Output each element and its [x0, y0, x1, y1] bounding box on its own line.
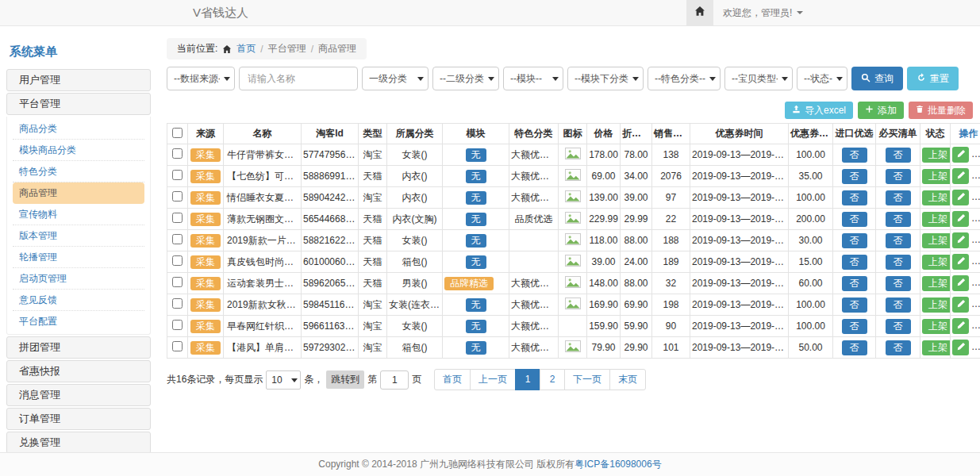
status-toggle[interactable]: 上架 [922, 340, 951, 355]
user-menu[interactable]: 欢迎您，管理员! [713, 0, 813, 25]
edit-button[interactable] [952, 340, 969, 355]
sidebar-item-1-9[interactable]: 平台配置 [13, 311, 144, 332]
edit-button[interactable] [952, 168, 969, 184]
status-toggle[interactable]: 上架 [922, 319, 951, 334]
edit-button[interactable] [952, 318, 969, 334]
row-checkbox[interactable] [172, 170, 183, 180]
status-toggle[interactable]: 上架 [922, 276, 951, 291]
sidebar-item-1-6[interactable]: 轮播管理 [13, 247, 144, 268]
filter-select-module[interactable]: --模块-- [503, 67, 563, 90]
sidebar-item-1-5[interactable]: 版本管理 [13, 225, 144, 247]
page-first[interactable]: 首页 [434, 369, 471, 390]
status-toggle[interactable]: 上架 [922, 212, 951, 227]
status-toggle[interactable]: 上架 [922, 233, 951, 248]
breadcrumb-home-link[interactable]: 首页 [236, 42, 256, 56]
page-number-input[interactable] [380, 370, 409, 390]
jump-to-button[interactable]: 跳转到 [326, 370, 364, 389]
must-buy-toggle[interactable]: 否 [886, 298, 911, 313]
sidebar-group-header-5[interactable]: 订单管理 [6, 408, 151, 430]
status-toggle[interactable]: 上架 [922, 169, 951, 184]
sidebar-item-1-1[interactable]: 模块商品分类 [13, 140, 144, 161]
import-select-toggle[interactable]: 否 [842, 169, 867, 184]
row-checkbox[interactable] [172, 298, 183, 309]
page-last[interactable]: 末页 [609, 369, 646, 390]
import-select-toggle[interactable]: 否 [842, 340, 867, 355]
status-toggle[interactable]: 上架 [922, 190, 951, 205]
must-buy-toggle[interactable]: 否 [886, 233, 911, 248]
import-select-toggle[interactable]: 否 [842, 276, 867, 291]
edit-button[interactable] [952, 190, 969, 205]
sidebar-group-header-2[interactable]: 拼团管理 [6, 336, 151, 359]
sidebar-item-1-3[interactable]: 商品管理 [13, 182, 144, 204]
sidebar-group-header-6[interactable]: 兑换管理 [6, 432, 151, 452]
sidebar-group-header-1[interactable]: 平台管理 [6, 93, 151, 115]
must-buy-toggle[interactable]: 否 [886, 148, 911, 163]
sidebar-item-1-0[interactable]: 商品分类 [13, 118, 144, 140]
row-checkbox[interactable] [172, 148, 183, 159]
edit-icon [956, 149, 966, 161]
page-2[interactable]: 2 [540, 369, 565, 390]
filter-select-module-sub-category[interactable]: --模块下分类-- [567, 67, 644, 90]
icp-link[interactable]: 粤ICP备16098006号 [575, 459, 661, 470]
must-buy-toggle[interactable]: 否 [886, 169, 911, 184]
must-buy-toggle[interactable]: 否 [886, 255, 911, 270]
import-select-toggle[interactable]: 否 [842, 255, 867, 270]
add-button[interactable]: 添加 [858, 102, 904, 119]
row-checkbox[interactable] [172, 255, 183, 266]
filter-select-level1-category[interactable]: 一级分类 [362, 67, 429, 90]
import-select-toggle[interactable]: 否 [842, 298, 867, 313]
filter-select-status[interactable]: --状态-- [797, 67, 847, 90]
row-checkbox[interactable] [172, 191, 183, 202]
page-1[interactable]: 1 [515, 369, 540, 390]
sidebar-item-1-2[interactable]: 特色分类 [13, 161, 144, 182]
must-buy-toggle[interactable]: 否 [886, 212, 911, 227]
sidebar-group-header-4[interactable]: 消息管理 [6, 384, 151, 406]
import-select-toggle[interactable]: 否 [842, 190, 867, 205]
edit-button[interactable] [952, 232, 969, 248]
filter-select-item-type[interactable]: --宝贝类型-- [724, 67, 793, 90]
query-button[interactable]: 查询 [851, 67, 903, 90]
page-prev[interactable]: 上一页 [470, 369, 516, 390]
must-buy-toggle[interactable]: 否 [886, 276, 911, 291]
per-page-select[interactable]: 10 [266, 370, 301, 390]
edit-button[interactable] [952, 275, 969, 291]
name-search-input[interactable] [239, 67, 358, 90]
row-checkbox[interactable] [172, 341, 183, 351]
product-type: 天猫 [359, 209, 387, 230]
edit-button[interactable] [952, 147, 969, 163]
import-excel-button[interactable]: 导入excel [785, 102, 853, 119]
must-buy-toggle[interactable]: 否 [886, 319, 911, 334]
module-badge: 无 [466, 255, 486, 269]
sidebar-item-1-4[interactable]: 宣传物料 [13, 204, 144, 225]
filter-select-level2-category[interactable]: --二级分类-- [432, 67, 499, 90]
coupon-amount: 100.00 [789, 316, 833, 337]
product-category: 女装() [387, 144, 443, 166]
row-checkbox[interactable] [172, 234, 183, 244]
sidebar-group-header-0[interactable]: 用户管理 [6, 69, 151, 91]
import-select-toggle[interactable]: 否 [842, 212, 867, 227]
select-all-checkbox[interactable] [172, 128, 183, 138]
sidebar-group-header-3[interactable]: 省惠快报 [6, 360, 151, 382]
reset-button[interactable]: 重置 [907, 67, 959, 90]
import-select-toggle[interactable]: 否 [842, 319, 867, 334]
sidebar-item-1-8[interactable]: 意见反馈 [13, 290, 144, 311]
filter-select-feature-category[interactable]: --特色分类-- [648, 67, 721, 90]
import-select-toggle[interactable]: 否 [842, 148, 867, 163]
status-toggle[interactable]: 上架 [922, 298, 951, 313]
navbar-home-button[interactable] [686, 0, 713, 25]
status-toggle[interactable]: 上架 [922, 148, 951, 163]
batch-delete-button[interactable]: 批量删除 [909, 102, 973, 119]
row-checkbox[interactable] [172, 213, 183, 223]
edit-button[interactable] [952, 254, 969, 270]
edit-button[interactable] [952, 297, 969, 313]
import-select-toggle[interactable]: 否 [842, 233, 867, 248]
filter-select-data-source[interactable]: --数据来源-- [167, 67, 235, 90]
row-checkbox[interactable] [172, 277, 183, 287]
sidebar-item-1-7[interactable]: 启动页管理 [13, 268, 144, 290]
status-toggle[interactable]: 上架 [922, 255, 951, 270]
edit-button[interactable] [952, 211, 969, 227]
row-checkbox[interactable] [172, 320, 183, 330]
must-buy-toggle[interactable]: 否 [886, 190, 911, 205]
page-next[interactable]: 下一页 [564, 369, 610, 390]
must-buy-toggle[interactable]: 否 [886, 340, 911, 355]
